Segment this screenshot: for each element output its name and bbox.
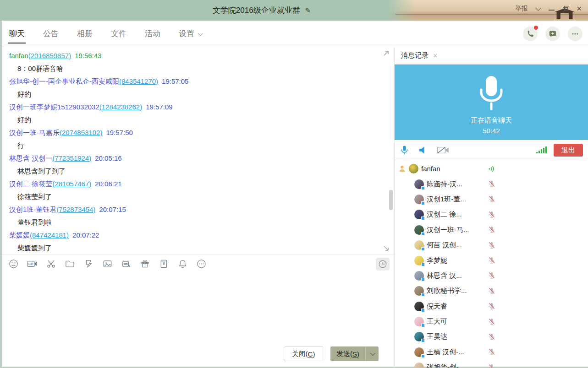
send-options-button[interactable]: [365, 346, 379, 361]
avatar: [414, 225, 424, 235]
edit-title-icon[interactable]: ✎: [305, 6, 311, 14]
sender-name: 汉创一班-马嘉乐: [9, 129, 60, 136]
send-image-button[interactable]: [102, 259, 112, 269]
tab-message-record[interactable]: 消息记录: [401, 51, 429, 60]
voice-member-list[interactable]: fanfan 陈涵持-汉... 汉创1班-董...: [395, 160, 588, 368]
shake-window-icon: [84, 259, 93, 269]
ellipsis-icon: [571, 30, 579, 38]
member-row[interactable]: 汉创1班-董...: [395, 192, 588, 207]
new-chat-button[interactable]: [545, 27, 560, 41]
sender-uin-link[interactable]: (1284238262): [99, 103, 142, 111]
mic-muted-icon[interactable]: [488, 363, 496, 368]
mic-muted-icon[interactable]: [488, 302, 496, 310]
speaker-toggle-icon[interactable]: [418, 146, 427, 155]
member-row[interactable]: 汉创二 徐...: [395, 207, 588, 222]
member-row[interactable]: 王大可: [395, 314, 588, 329]
online-badge: [421, 216, 425, 220]
voice-call-banner: 正在语音聊天 50:42: [395, 65, 588, 140]
camera-off-icon[interactable]: [436, 146, 450, 155]
sender-uin-link[interactable]: (847424181): [30, 231, 69, 239]
window-shake-button[interactable]: [83, 259, 93, 269]
voice-duration: 50:42: [483, 127, 500, 135]
reminder-button[interactable]: [177, 259, 187, 269]
sender-uin-link[interactable]: (281057467): [52, 180, 91, 188]
meme-battle-button[interactable]: [121, 259, 131, 269]
tab-announcements[interactable]: 公告: [42, 21, 60, 46]
tab-files[interactable]: 文件: [110, 21, 127, 46]
mic-muted-icon[interactable]: [488, 256, 496, 265]
voice-call-button[interactable]: [523, 27, 538, 41]
expand-panel-icon[interactable]: [382, 244, 390, 253]
avatar: [414, 240, 424, 250]
minimize-button[interactable]: [549, 10, 555, 11]
send-file-button[interactable]: [65, 259, 75, 269]
online-badge: [421, 278, 425, 281]
sender-name: 林思含 汉创一: [9, 154, 52, 162]
member-row[interactable]: 张旭华-创-: [395, 360, 588, 368]
tab-album[interactable]: 相册: [76, 21, 93, 46]
record-tab-close-icon[interactable]: ×: [433, 52, 437, 60]
input-toolbar: GIF ¥: [2, 254, 394, 273]
message-text: 好的: [2, 88, 394, 101]
sender-name: 汉创1班-董钰君: [9, 206, 56, 213]
sender-name: 柴媛媛: [9, 231, 30, 239]
sender-uin-link[interactable]: (2016859857): [28, 52, 71, 60]
report-button[interactable]: 举报: [515, 5, 528, 13]
collapse-panel-icon[interactable]: [382, 49, 390, 57]
mic-muted-icon[interactable]: [488, 226, 496, 234]
screenshot-button[interactable]: [46, 259, 56, 269]
mic-muted-icon[interactable]: [488, 318, 496, 326]
gif-button[interactable]: GIF: [27, 259, 37, 269]
message-input-area[interactable]: [2, 273, 394, 346]
sender-uin-link[interactable]: (843541270): [119, 77, 158, 85]
chat-message: 张旭华-创一-国企事业私企-西安咸阳(843541270)19:57:05 好的: [2, 75, 394, 101]
bell-icon: [178, 259, 187, 269]
member-row[interactable]: 倪天睿: [395, 299, 588, 314]
voice-status-text: 正在语音聊天: [471, 116, 512, 125]
member-row[interactable]: 何苗 汉创...: [395, 238, 588, 253]
tab-chat[interactable]: 聊天: [8, 21, 26, 46]
tab-activities[interactable]: 活动: [144, 21, 161, 46]
send-button[interactable]: 发送(S): [330, 346, 365, 361]
gif-icon: GIF: [27, 259, 37, 269]
mic-toggle-icon[interactable]: [400, 145, 409, 155]
avatar: [414, 210, 424, 219]
skin-menu-chevron-icon[interactable]: [535, 5, 541, 11]
mic-muted-icon[interactable]: [488, 287, 496, 295]
sender-uin-link[interactable]: (752873454): [56, 206, 95, 213]
sender-uin-link[interactable]: (2074853102): [60, 129, 102, 136]
member-row[interactable]: 李梦妮: [395, 253, 588, 268]
exit-voice-button[interactable]: 退出: [554, 144, 583, 157]
member-row[interactable]: 汉创一班-马...: [395, 222, 588, 238]
member-name: 王昊达: [427, 332, 447, 341]
restore-button[interactable]: [563, 6, 568, 11]
mic-muted-icon[interactable]: [488, 348, 496, 356]
mic-muted-icon[interactable]: [488, 333, 496, 341]
member-row[interactable]: 王昊达: [395, 329, 588, 344]
member-row[interactable]: 林思含 汉...: [395, 268, 588, 283]
message-history-button[interactable]: [376, 258, 390, 271]
message-history[interactable]: fanfan(2016859857)19:56:43 8：00群语音哈 张旭华-…: [2, 47, 394, 254]
mic-muted-icon[interactable]: [488, 241, 496, 249]
more-actions-button[interactable]: [568, 27, 583, 41]
sender-uin-link[interactable]: (772351924): [52, 154, 91, 162]
more-tools-button[interactable]: [196, 259, 206, 269]
close-chat-button[interactable]: 关闭(C): [284, 346, 323, 361]
chat-scrollbar[interactable]: [389, 190, 393, 210]
chat-message: 林思含 汉创一(772351924)20:05:16 林思含到了到了: [2, 152, 394, 178]
online-badge: [421, 263, 425, 266]
tab-settings[interactable]: 设置: [178, 21, 202, 46]
member-row[interactable]: 王楠 汉创-...: [395, 345, 588, 360]
emoji-button[interactable]: [8, 259, 18, 269]
member-row[interactable]: 刘欣秘书学...: [395, 283, 588, 298]
mic-muted-icon[interactable]: [488, 195, 496, 203]
mic-muted-icon[interactable]: [488, 271, 496, 280]
red-packet-button[interactable]: ¥: [159, 259, 169, 269]
member-row[interactable]: 陈涵持-汉...: [395, 176, 588, 191]
mic-muted-icon[interactable]: [488, 211, 496, 219]
gift-button[interactable]: [140, 259, 150, 269]
close-window-button[interactable]: ×: [577, 5, 582, 12]
mic-muted-icon[interactable]: [488, 180, 496, 188]
group-name: 文学院2016级企业就业群: [213, 6, 300, 15]
member-row[interactable]: fanfan: [395, 161, 588, 176]
